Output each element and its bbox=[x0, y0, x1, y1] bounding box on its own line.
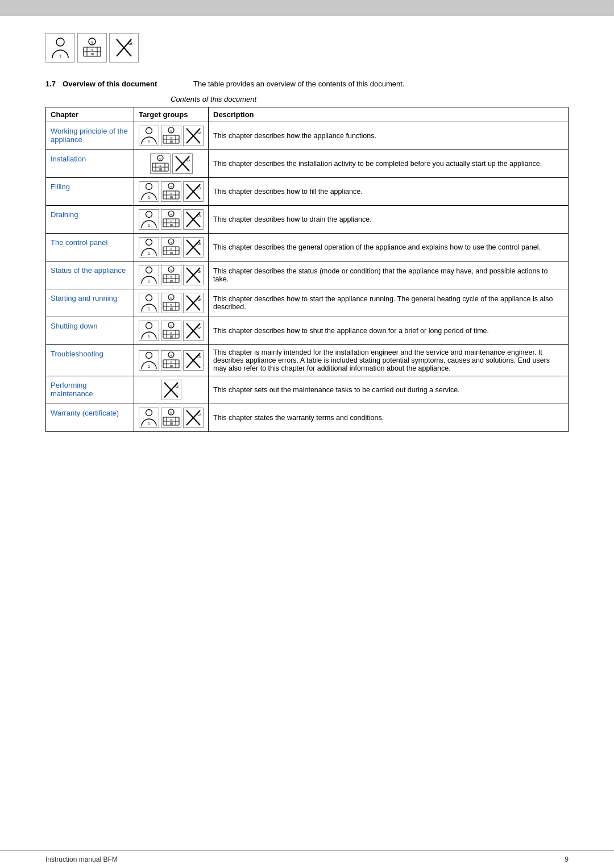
svg-text:η: η bbox=[170, 192, 172, 195]
icons-cell: G bbox=[134, 376, 209, 404]
icons-cell: 1 Y η ⊠ G bbox=[134, 178, 209, 206]
svg-text:η: η bbox=[170, 331, 172, 334]
chapter-cell[interactable]: Draining bbox=[46, 206, 134, 234]
svg-text:Y: Y bbox=[170, 325, 172, 328]
icons-cell: 1 Y η ⊠ G bbox=[134, 345, 209, 376]
description-cell: This chapter describes how to fill the a… bbox=[209, 178, 569, 206]
svg-text:Y: Y bbox=[170, 297, 172, 300]
svg-point-131 bbox=[146, 410, 152, 416]
svg-text:1: 1 bbox=[148, 279, 150, 283]
cross-icon: G bbox=[183, 126, 204, 146]
section-title: Overview of this document bbox=[63, 80, 157, 88]
svg-text:η: η bbox=[170, 360, 172, 364]
table-header-row: Chapter Target groups Description bbox=[46, 107, 569, 122]
svg-text:⊠: ⊠ bbox=[159, 168, 161, 171]
technician-icon: Y η ⊠ bbox=[161, 293, 181, 313]
technician-icon: Y η ⊠ bbox=[161, 321, 181, 341]
svg-text:Y: Y bbox=[170, 213, 172, 217]
description-cell: This chapter describes the status (mode … bbox=[209, 261, 569, 289]
person-icon: 1 bbox=[139, 293, 159, 313]
table-row: Working principle of the appliance 1 Y η… bbox=[46, 122, 569, 150]
svg-text:1: 1 bbox=[148, 223, 150, 227]
chapter-cell[interactable]: Status of the appliance bbox=[46, 261, 134, 289]
icons-cell: 1 Y η ⊠ G bbox=[134, 317, 209, 345]
svg-text:Y: Y bbox=[159, 157, 161, 161]
svg-text:G: G bbox=[197, 325, 201, 330]
description-cell: This chapter describes how to start the … bbox=[209, 289, 569, 317]
svg-text:1: 1 bbox=[148, 422, 150, 426]
col-target-groups: Target groups bbox=[134, 107, 209, 122]
svg-text:G: G bbox=[197, 412, 201, 417]
table-row: Performing maintenance G This chapter se… bbox=[46, 376, 569, 404]
svg-text:η: η bbox=[159, 164, 161, 167]
svg-text:1: 1 bbox=[148, 196, 150, 200]
chapter-cell[interactable]: Starting and running bbox=[46, 289, 134, 317]
person-icon: 1 bbox=[139, 209, 159, 230]
section-header: 1.7 Overview of this document The table … bbox=[45, 80, 569, 88]
svg-point-115 bbox=[146, 352, 152, 359]
chapter-cell[interactable]: Shutting down bbox=[46, 317, 134, 345]
table-row: Shutting down 1 Y η ⊠ G This chapter des… bbox=[46, 317, 569, 345]
svg-text:Y: Y bbox=[91, 40, 94, 44]
top-bar bbox=[0, 0, 614, 16]
footer: Instruction manual BFM 9 bbox=[0, 850, 614, 868]
chapter-cell[interactable]: Installation bbox=[46, 150, 134, 178]
chapter-cell[interactable]: Warranty (certificate) bbox=[46, 404, 134, 432]
icons-cell: Y η ⊠ G bbox=[134, 150, 209, 178]
cross-icon: G bbox=[183, 265, 204, 285]
svg-point-0 bbox=[56, 38, 64, 46]
icons-cell: 1 Y η ⊠ G bbox=[134, 234, 209, 261]
section-intro: The table provides an overview of the co… bbox=[193, 80, 404, 88]
chapter-cell[interactable]: The control panel bbox=[46, 234, 134, 261]
table-row: Draining 1 Y η ⊠ G This chapter describe… bbox=[46, 206, 569, 234]
technician-icon: Y η ⊠ bbox=[161, 350, 181, 371]
document-table: Chapter Target groups Description Workin… bbox=[45, 107, 569, 432]
chapter-cell[interactable]: Performing maintenance bbox=[46, 376, 134, 404]
person-icon: 1 bbox=[139, 126, 159, 146]
col-chapter: Chapter bbox=[46, 107, 134, 122]
svg-point-50 bbox=[146, 211, 152, 218]
svg-text:Y: Y bbox=[170, 185, 172, 189]
chapter-cell[interactable]: Troubleshooting bbox=[46, 345, 134, 376]
technician-icon: Y η ⊠ bbox=[161, 408, 181, 428]
svg-text:G: G bbox=[197, 354, 201, 359]
technician-icon: Y η ⊠ bbox=[161, 265, 181, 285]
cross-icon: G bbox=[183, 350, 204, 371]
footer-left: Instruction manual BFM bbox=[45, 855, 118, 863]
svg-text:⊠: ⊠ bbox=[170, 140, 173, 143]
svg-text:G: G bbox=[175, 384, 179, 389]
svg-text:η: η bbox=[170, 418, 172, 421]
header-cross-icon: G bbox=[109, 33, 139, 63]
icons-cell: 1 Y η ⊠ G bbox=[134, 122, 209, 150]
svg-text:⊠: ⊠ bbox=[91, 52, 94, 56]
svg-point-63 bbox=[146, 239, 152, 246]
svg-text:G: G bbox=[197, 213, 201, 218]
table-row: Filling 1 Y η ⊠ G This chapter describes… bbox=[46, 178, 569, 206]
svg-text:⊠: ⊠ bbox=[170, 307, 173, 310]
cross-icon: G bbox=[183, 209, 204, 230]
icons-cell: 1 Y η ⊠ G bbox=[134, 206, 209, 234]
description-cell: This chapter describes how to shut the a… bbox=[209, 317, 569, 345]
cross-icon: G bbox=[183, 293, 204, 313]
svg-text:1: 1 bbox=[148, 140, 150, 144]
svg-text:⊠: ⊠ bbox=[170, 223, 173, 227]
technician-icon: Y η ⊠ bbox=[161, 209, 181, 230]
icons-cell: 1 Y η ⊠ G bbox=[134, 261, 209, 289]
person-icon: 1 bbox=[139, 350, 159, 371]
person-icon: 1 bbox=[139, 265, 159, 285]
svg-text:1: 1 bbox=[59, 53, 62, 59]
svg-text:1: 1 bbox=[148, 364, 150, 368]
chapter-cell[interactable]: Filling bbox=[46, 178, 134, 206]
person-icon: 1 bbox=[139, 408, 159, 428]
header-technician-icon: Y η ⊠ bbox=[77, 33, 107, 63]
footer-right: 9 bbox=[565, 855, 569, 863]
technician-icon: Y η ⊠ bbox=[161, 237, 181, 258]
description-cell: This chapter is mainly intended for the … bbox=[209, 345, 569, 376]
svg-point-102 bbox=[146, 323, 152, 329]
svg-point-37 bbox=[146, 184, 152, 190]
svg-text:η: η bbox=[170, 247, 172, 251]
chapter-cell[interactable]: Working principle of the appliance bbox=[46, 122, 134, 150]
svg-text:⊠: ⊠ bbox=[170, 364, 173, 368]
table-row: The control panel 1 Y η ⊠ G This chapter… bbox=[46, 234, 569, 261]
svg-text:Y: Y bbox=[170, 354, 172, 358]
